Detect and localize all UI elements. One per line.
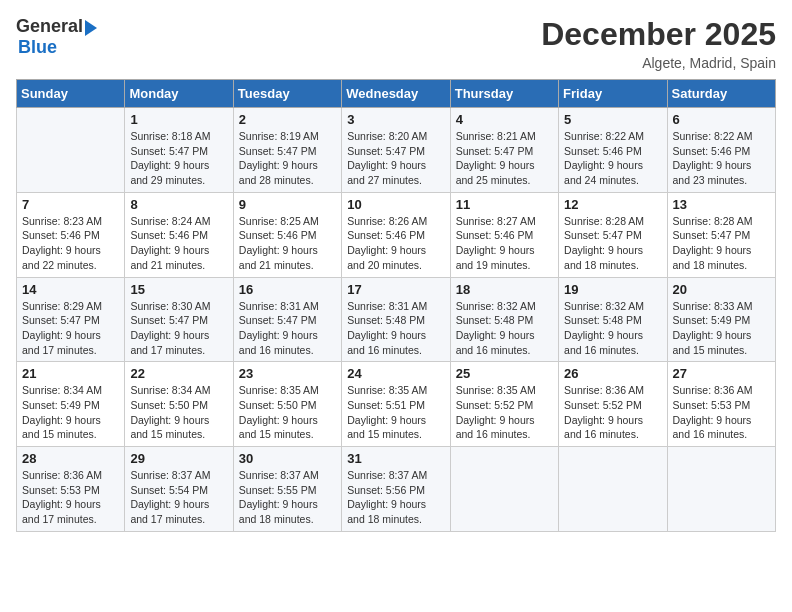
calendar-cell: 9Sunrise: 8:25 AM Sunset: 5:46 PM Daylig… <box>233 192 341 277</box>
weekday-header-row: SundayMondayTuesdayWednesdayThursdayFrid… <box>17 80 776 108</box>
calendar-cell: 2Sunrise: 8:19 AM Sunset: 5:47 PM Daylig… <box>233 108 341 193</box>
logo: General Blue <box>16 16 97 58</box>
calendar-cell: 27Sunrise: 8:36 AM Sunset: 5:53 PM Dayli… <box>667 362 775 447</box>
day-number: 20 <box>673 282 770 297</box>
day-number: 18 <box>456 282 553 297</box>
weekday-header-wednesday: Wednesday <box>342 80 450 108</box>
calendar-cell: 1Sunrise: 8:18 AM Sunset: 5:47 PM Daylig… <box>125 108 233 193</box>
day-info: Sunrise: 8:32 AM Sunset: 5:48 PM Dayligh… <box>456 299 553 358</box>
day-number: 30 <box>239 451 336 466</box>
day-number: 28 <box>22 451 119 466</box>
calendar-cell: 5Sunrise: 8:22 AM Sunset: 5:46 PM Daylig… <box>559 108 667 193</box>
calendar-week-row: 14Sunrise: 8:29 AM Sunset: 5:47 PM Dayli… <box>17 277 776 362</box>
day-number: 5 <box>564 112 661 127</box>
calendar-cell: 19Sunrise: 8:32 AM Sunset: 5:48 PM Dayli… <box>559 277 667 362</box>
day-number: 17 <box>347 282 444 297</box>
month-title: December 2025 <box>541 16 776 53</box>
day-number: 4 <box>456 112 553 127</box>
day-number: 9 <box>239 197 336 212</box>
weekday-header-monday: Monday <box>125 80 233 108</box>
day-info: Sunrise: 8:37 AM Sunset: 5:56 PM Dayligh… <box>347 468 444 527</box>
day-number: 26 <box>564 366 661 381</box>
weekday-header-friday: Friday <box>559 80 667 108</box>
calendar-cell: 24Sunrise: 8:35 AM Sunset: 5:51 PM Dayli… <box>342 362 450 447</box>
weekday-header-tuesday: Tuesday <box>233 80 341 108</box>
calendar-cell: 6Sunrise: 8:22 AM Sunset: 5:46 PM Daylig… <box>667 108 775 193</box>
day-info: Sunrise: 8:22 AM Sunset: 5:46 PM Dayligh… <box>673 129 770 188</box>
calendar-cell: 21Sunrise: 8:34 AM Sunset: 5:49 PM Dayli… <box>17 362 125 447</box>
day-info: Sunrise: 8:18 AM Sunset: 5:47 PM Dayligh… <box>130 129 227 188</box>
day-info: Sunrise: 8:28 AM Sunset: 5:47 PM Dayligh… <box>673 214 770 273</box>
day-info: Sunrise: 8:31 AM Sunset: 5:48 PM Dayligh… <box>347 299 444 358</box>
day-number: 22 <box>130 366 227 381</box>
calendar-cell: 7Sunrise: 8:23 AM Sunset: 5:46 PM Daylig… <box>17 192 125 277</box>
logo-arrow-icon <box>85 20 97 36</box>
calendar-week-row: 1Sunrise: 8:18 AM Sunset: 5:47 PM Daylig… <box>17 108 776 193</box>
day-info: Sunrise: 8:35 AM Sunset: 5:50 PM Dayligh… <box>239 383 336 442</box>
day-info: Sunrise: 8:23 AM Sunset: 5:46 PM Dayligh… <box>22 214 119 273</box>
calendar-cell <box>17 108 125 193</box>
calendar-cell: 25Sunrise: 8:35 AM Sunset: 5:52 PM Dayli… <box>450 362 558 447</box>
calendar-week-row: 28Sunrise: 8:36 AM Sunset: 5:53 PM Dayli… <box>17 447 776 532</box>
calendar-cell: 10Sunrise: 8:26 AM Sunset: 5:46 PM Dayli… <box>342 192 450 277</box>
day-info: Sunrise: 8:28 AM Sunset: 5:47 PM Dayligh… <box>564 214 661 273</box>
day-info: Sunrise: 8:19 AM Sunset: 5:47 PM Dayligh… <box>239 129 336 188</box>
location-text: Algete, Madrid, Spain <box>541 55 776 71</box>
day-info: Sunrise: 8:25 AM Sunset: 5:46 PM Dayligh… <box>239 214 336 273</box>
day-number: 2 <box>239 112 336 127</box>
calendar-cell: 20Sunrise: 8:33 AM Sunset: 5:49 PM Dayli… <box>667 277 775 362</box>
logo-blue-text: Blue <box>18 37 57 58</box>
day-info: Sunrise: 8:35 AM Sunset: 5:52 PM Dayligh… <box>456 383 553 442</box>
day-number: 12 <box>564 197 661 212</box>
day-number: 23 <box>239 366 336 381</box>
calendar-cell: 14Sunrise: 8:29 AM Sunset: 5:47 PM Dayli… <box>17 277 125 362</box>
weekday-header-thursday: Thursday <box>450 80 558 108</box>
calendar-cell: 12Sunrise: 8:28 AM Sunset: 5:47 PM Dayli… <box>559 192 667 277</box>
weekday-header-saturday: Saturday <box>667 80 775 108</box>
calendar-cell: 11Sunrise: 8:27 AM Sunset: 5:46 PM Dayli… <box>450 192 558 277</box>
day-number: 10 <box>347 197 444 212</box>
calendar-cell: 13Sunrise: 8:28 AM Sunset: 5:47 PM Dayli… <box>667 192 775 277</box>
day-info: Sunrise: 8:37 AM Sunset: 5:54 PM Dayligh… <box>130 468 227 527</box>
calendar-cell <box>559 447 667 532</box>
day-info: Sunrise: 8:34 AM Sunset: 5:49 PM Dayligh… <box>22 383 119 442</box>
day-number: 21 <box>22 366 119 381</box>
day-number: 13 <box>673 197 770 212</box>
day-number: 11 <box>456 197 553 212</box>
calendar-cell: 18Sunrise: 8:32 AM Sunset: 5:48 PM Dayli… <box>450 277 558 362</box>
calendar-cell <box>667 447 775 532</box>
calendar-cell: 29Sunrise: 8:37 AM Sunset: 5:54 PM Dayli… <box>125 447 233 532</box>
day-number: 6 <box>673 112 770 127</box>
day-info: Sunrise: 8:36 AM Sunset: 5:53 PM Dayligh… <box>673 383 770 442</box>
day-number: 25 <box>456 366 553 381</box>
day-number: 29 <box>130 451 227 466</box>
calendar-week-row: 7Sunrise: 8:23 AM Sunset: 5:46 PM Daylig… <box>17 192 776 277</box>
weekday-header-sunday: Sunday <box>17 80 125 108</box>
day-info: Sunrise: 8:33 AM Sunset: 5:49 PM Dayligh… <box>673 299 770 358</box>
calendar-cell <box>450 447 558 532</box>
day-info: Sunrise: 8:32 AM Sunset: 5:48 PM Dayligh… <box>564 299 661 358</box>
day-number: 8 <box>130 197 227 212</box>
day-number: 14 <box>22 282 119 297</box>
day-number: 24 <box>347 366 444 381</box>
calendar-cell: 3Sunrise: 8:20 AM Sunset: 5:47 PM Daylig… <box>342 108 450 193</box>
day-info: Sunrise: 8:26 AM Sunset: 5:46 PM Dayligh… <box>347 214 444 273</box>
day-info: Sunrise: 8:29 AM Sunset: 5:47 PM Dayligh… <box>22 299 119 358</box>
logo-general-text: General <box>16 16 83 37</box>
day-number: 15 <box>130 282 227 297</box>
day-number: 1 <box>130 112 227 127</box>
day-info: Sunrise: 8:20 AM Sunset: 5:47 PM Dayligh… <box>347 129 444 188</box>
day-info: Sunrise: 8:31 AM Sunset: 5:47 PM Dayligh… <box>239 299 336 358</box>
calendar-week-row: 21Sunrise: 8:34 AM Sunset: 5:49 PM Dayli… <box>17 362 776 447</box>
day-info: Sunrise: 8:22 AM Sunset: 5:46 PM Dayligh… <box>564 129 661 188</box>
day-info: Sunrise: 8:36 AM Sunset: 5:52 PM Dayligh… <box>564 383 661 442</box>
day-info: Sunrise: 8:35 AM Sunset: 5:51 PM Dayligh… <box>347 383 444 442</box>
calendar-table: SundayMondayTuesdayWednesdayThursdayFrid… <box>16 79 776 532</box>
day-info: Sunrise: 8:24 AM Sunset: 5:46 PM Dayligh… <box>130 214 227 273</box>
calendar-cell: 4Sunrise: 8:21 AM Sunset: 5:47 PM Daylig… <box>450 108 558 193</box>
calendar-cell: 30Sunrise: 8:37 AM Sunset: 5:55 PM Dayli… <box>233 447 341 532</box>
day-number: 3 <box>347 112 444 127</box>
day-number: 27 <box>673 366 770 381</box>
day-info: Sunrise: 8:36 AM Sunset: 5:53 PM Dayligh… <box>22 468 119 527</box>
day-number: 7 <box>22 197 119 212</box>
